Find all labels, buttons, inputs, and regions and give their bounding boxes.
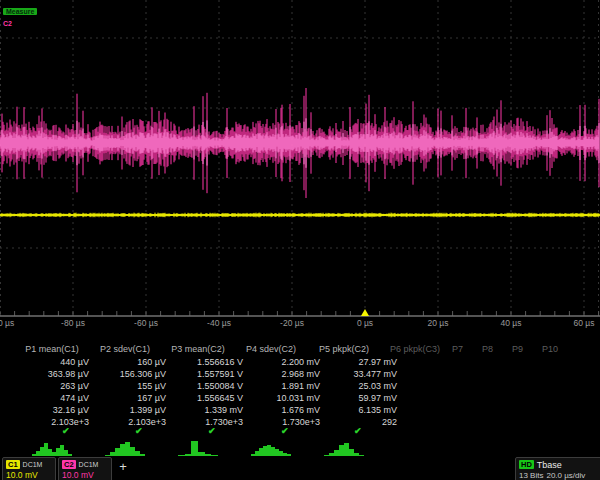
param-header-p4[interactable]: P4 sdev(C2): [246, 344, 296, 354]
param-row-5: 32.16 µV1.399 µV1.339 mV1.676 mV6.135 mV: [16, 405, 401, 417]
param-header-inactive[interactable]: P10: [542, 344, 558, 354]
param-value-cell: 1.556616 V: [170, 357, 247, 369]
param-header-inactive[interactable]: P6 pkpk(C3): [390, 344, 440, 354]
histicon-bar: [205, 454, 212, 456]
histicon-bar: [287, 454, 291, 456]
measure-mode-badge[interactable]: Measure: [3, 8, 37, 15]
waveform-display: [0, 0, 600, 330]
param-value-cell: 32.16 µV: [16, 405, 93, 417]
c1-coupling-label: DC1M: [23, 461, 43, 468]
trigger-position-marker[interactable]: [361, 309, 369, 316]
param-value-cell: 363.98 µV: [16, 369, 93, 381]
param-header-inactive[interactable]: P7: [452, 344, 463, 354]
param-header-p5[interactable]: P5 pkpk(C2): [319, 344, 369, 354]
param-value-cell: 27.97 mV: [324, 357, 401, 369]
param-value-cell: 2.968 mV: [247, 369, 324, 381]
top-left-overlay: Measure C2: [3, 4, 37, 28]
param-value-cell: 160 µV: [93, 357, 170, 369]
param-histicon: [105, 438, 145, 456]
param-value-cell: 1.550084 V: [170, 381, 247, 393]
param-value-cell: 59.97 mV: [324, 393, 401, 405]
c2-volts-per-div: 10.0 mV: [62, 470, 108, 480]
param-status-check: ✔: [135, 426, 143, 436]
axis-tick-label: -60 µs: [134, 318, 158, 328]
axis-tick-label: -20 µs: [280, 318, 304, 328]
param-value-cell: 1.676 mV: [247, 405, 324, 417]
measure-status-row: ✔✔✔✔✔: [0, 426, 600, 437]
param-status-check: ✔: [281, 426, 289, 436]
c1-volts-per-div: 10.0 mV: [6, 470, 52, 480]
param-value-cell: 1.891 mV: [247, 381, 324, 393]
time-axis: -100 µs-80 µs-60 µs-40 µs-20 µs0 µs20 µs…: [0, 318, 600, 329]
param-value-cell: 10.031 mV: [247, 393, 324, 405]
c1-descriptor[interactable]: C1 DC1M 10.0 mV: [2, 457, 56, 480]
waveform-grid: [0, 0, 600, 330]
histicon-bar: [359, 455, 364, 456]
param-histicon: [32, 438, 72, 456]
param-value-cell: 156.306 µV: [93, 369, 170, 381]
histicon-bar: [211, 455, 218, 456]
histicon-bar: [68, 454, 72, 456]
param-value-cell: 25.03 mV: [324, 381, 401, 393]
param-value-cell: 167 µV: [93, 393, 170, 405]
param-value-cell: 1.339 mV: [170, 405, 247, 417]
c2-coupling-label: DC1M: [79, 461, 99, 468]
param-status-check: ✔: [62, 426, 70, 436]
histicon-bar: [140, 454, 145, 456]
param-status-check: ✔: [208, 426, 216, 436]
measure-table-headers: P1 mean(C1)P2 sdev(C1)P3 mean(C2)P4 sdev…: [0, 344, 600, 355]
axis-tick-label: 40 µs: [501, 318, 522, 328]
param-header-inactive[interactable]: P9: [512, 344, 523, 354]
param-value-cell: 155 µV: [93, 381, 170, 393]
param-row-4: 474 µV167 µV1.556645 V10.031 mV59.97 mV: [16, 393, 401, 405]
tbase-label: Tbase: [537, 460, 562, 470]
c1-channel-chip: C1: [6, 460, 20, 469]
histicon-bar: [198, 452, 205, 456]
param-value-cell: 1.399 µV: [93, 405, 170, 417]
axis-tick-label: -100 µs: [0, 318, 14, 328]
c2-channel-chip: C2: [62, 460, 76, 469]
axis-tick-label: 0 µs: [357, 318, 373, 328]
axis-tick-label: 20 µs: [428, 318, 449, 328]
measure-table: 440 µV160 µV1.556616 V2.200 mV27.97 mV36…: [16, 357, 401, 429]
tbase-time-per-div: 20.0 µs/div: [546, 471, 585, 480]
param-value-cell: 2.200 mV: [247, 357, 324, 369]
waveform-c1[interactable]: [0, 213, 599, 218]
param-histicon: [324, 438, 364, 456]
param-row-1: 440 µV160 µV1.556616 V2.200 mV27.97 mV: [16, 357, 401, 369]
param-header-p1[interactable]: P1 mean(C1): [25, 344, 79, 354]
param-row-2: 363.98 µV156.306 µV1.557591 V2.968 mV33.…: [16, 369, 401, 381]
histicon-bar: [191, 441, 198, 456]
tbase-bits: 13 Bits: [519, 471, 543, 480]
param-header-p2[interactable]: P2 sdev(C1): [100, 344, 150, 354]
param-value-cell: 440 µV: [16, 357, 93, 369]
histicon-bar: [185, 454, 192, 456]
timebase-descriptor[interactable]: HD Tbase 13 Bits 20.0 µs/div: [515, 457, 600, 480]
param-value-cell: 1.556645 V: [170, 393, 247, 405]
histicons-row: [0, 438, 600, 456]
param-value-cell: 1.557591 V: [170, 369, 247, 381]
axis-tick-label: 60 µs: [574, 318, 595, 328]
param-row-3: 263 µV155 µV1.550084 V1.891 mV25.03 mV: [16, 381, 401, 393]
param-value-cell: 474 µV: [16, 393, 93, 405]
param-status-check: ✔: [354, 426, 362, 436]
param-histicon: [251, 438, 291, 456]
param-header-inactive[interactable]: P8: [482, 344, 493, 354]
hd-mode-badge: HD: [519, 460, 534, 469]
param-value-cell: 6.135 mV: [324, 405, 401, 417]
param-value-cell: 263 µV: [16, 381, 93, 393]
c2-trace-tag: C2: [3, 20, 12, 27]
add-trace-button[interactable]: +: [116, 460, 130, 474]
param-value-cell: 33.477 mV: [324, 369, 401, 381]
axis-tick-label: -40 µs: [207, 318, 231, 328]
param-header-p3[interactable]: P3 mean(C2): [171, 344, 225, 354]
param-histicon: [178, 438, 218, 456]
axis-tick-label: -80 µs: [61, 318, 85, 328]
c2-descriptor[interactable]: C2 DC1M 10.0 mV: [58, 457, 112, 480]
histicon-bar: [178, 455, 185, 456]
